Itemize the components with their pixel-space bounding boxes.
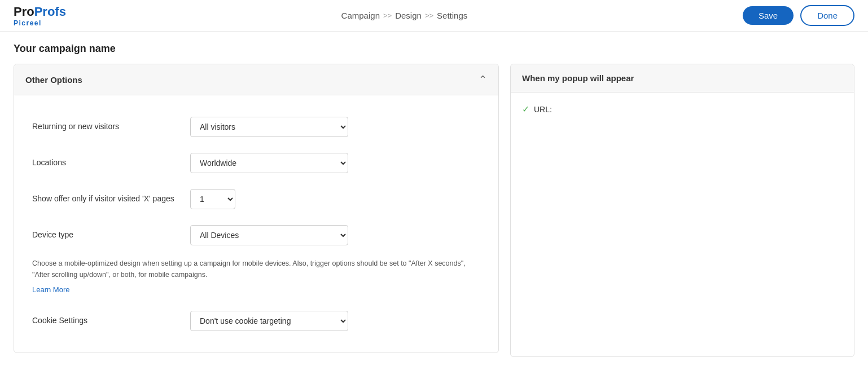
form-row-locations: Locations Worldwide Specific locations — [32, 145, 480, 181]
main-layout: Other Options ⌃ Returning or new visitor… — [14, 64, 854, 357]
card-header: Other Options ⌃ — [14, 64, 498, 95]
right-card: When my popup will appear ✓ URL: — [510, 64, 854, 357]
save-button[interactable]: Save — [743, 6, 794, 25]
select-visitors[interactable]: All visitors New visitors Returning visi… — [190, 117, 348, 137]
logo-sub: Picreel — [14, 19, 42, 27]
select-pages-wrapper: 1 2 3 4 5 — [190, 189, 348, 209]
label-locations: Locations — [32, 157, 179, 169]
url-label: URL: — [534, 105, 552, 114]
card-title: Other Options — [25, 75, 82, 85]
select-device-wrapper: All Devices Desktop Mobile Tablet — [190, 225, 348, 245]
label-cookie: Cookie Settings — [32, 315, 179, 327]
select-locations[interactable]: Worldwide Specific locations — [190, 153, 348, 173]
select-locations-wrapper: Worldwide Specific locations — [190, 153, 348, 173]
breadcrumb-campaign[interactable]: Campaign — [341, 11, 380, 20]
check-icon: ✓ — [522, 104, 529, 114]
info-text: Choose a mobile-optimized design when se… — [32, 258, 480, 285]
collapse-icon[interactable]: ⌃ — [479, 73, 487, 86]
breadcrumb-sep2: >> — [425, 11, 433, 20]
select-pages[interactable]: 1 2 3 4 5 — [190, 189, 235, 209]
label-visitors: Returning or new visitors — [32, 121, 179, 133]
select-visitors-wrapper: All visitors New visitors Returning visi… — [190, 117, 348, 137]
breadcrumb-settings: Settings — [437, 11, 467, 20]
learn-more-link[interactable]: Learn More — [32, 285, 69, 294]
select-cookie-wrapper: Don't use cookie targeting Use cookie ta… — [190, 311, 348, 331]
right-card-header: When my popup will appear — [511, 64, 854, 92]
breadcrumb: Campaign >> Design >> Settings — [341, 11, 468, 20]
logo-pro: Pro — [14, 5, 34, 19]
select-device[interactable]: All Devices Desktop Mobile Tablet — [190, 225, 348, 245]
logo-profs: Profs — [34, 5, 66, 19]
header-actions: Save Done — [743, 5, 854, 26]
page-title: Your campaign name — [14, 43, 854, 55]
form-row-cookie: Cookie Settings Don't use cookie targeti… — [32, 303, 480, 339]
form-row-visitors: Returning or new visitors All visitors N… — [32, 109, 480, 145]
right-card-body: ✓ URL: — [511, 92, 854, 126]
done-button[interactable]: Done — [800, 5, 854, 26]
form-row-pages: Show offer only if visitor visited 'X' p… — [32, 181, 480, 217]
label-pages: Show offer only if visitor visited 'X' p… — [32, 193, 179, 205]
left-panel: Other Options ⌃ Returning or new visitor… — [14, 64, 499, 353]
breadcrumb-design[interactable]: Design — [395, 11, 422, 20]
card-body: Returning or new visitors All visitors N… — [14, 95, 498, 353]
url-row: ✓ URL: — [522, 104, 843, 114]
form-row-device: Device type All Devices Desktop Mobile T… — [32, 217, 480, 253]
other-options-card: Other Options ⌃ Returning or new visitor… — [14, 64, 499, 353]
header: ProProfs Picreel Campaign >> Design >> S… — [0, 0, 868, 32]
select-cookie[interactable]: Don't use cookie targeting Use cookie ta… — [190, 311, 348, 331]
label-device: Device type — [32, 230, 179, 241]
breadcrumb-sep1: >> — [383, 11, 392, 20]
info-section: Choose a mobile-optimized design when se… — [32, 253, 480, 303]
logo: ProProfs Picreel — [14, 5, 66, 27]
right-panel: When my popup will appear ✓ URL: — [510, 64, 854, 357]
page-body: Your campaign name Other Options ⌃ Retur… — [0, 32, 868, 368]
